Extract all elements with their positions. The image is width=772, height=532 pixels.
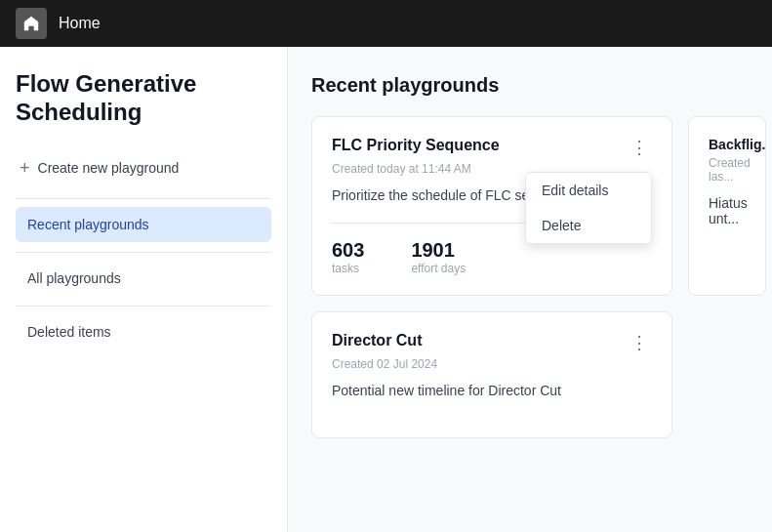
- sidebar-divider-3: [16, 306, 271, 307]
- sidebar-divider: [16, 198, 271, 199]
- app-title: Flow Generative Scheduling: [16, 70, 271, 127]
- playground-card-flc[interactable]: FLC Priority Sequence ⋮ Edit details Del…: [311, 116, 672, 296]
- stat-effort-value: 1901: [411, 239, 466, 262]
- sidebar-item-recent[interactable]: Recent playgrounds: [16, 207, 271, 242]
- nav-title: Home: [59, 15, 101, 32]
- card-menu-button-director[interactable]: ⋮: [627, 332, 652, 353]
- create-playground-button[interactable]: + Create new playground: [16, 150, 271, 186]
- sidebar: Flow Generative Scheduling + Create new …: [0, 47, 288, 532]
- card-description-director: Potential new timeline for Director Cut: [332, 383, 652, 398]
- edit-details-item[interactable]: Edit details: [526, 173, 651, 208]
- playground-card-director[interactable]: Director Cut ⋮ Created 02 Jul 2024 Poten…: [311, 311, 672, 438]
- card-date-director: Created 02 Jul 2024: [332, 357, 652, 371]
- card-dropdown-menu: Edit details Delete: [525, 172, 652, 244]
- stat-tasks: 603 tasks: [332, 239, 364, 275]
- card-title: FLC Priority Sequence: [332, 137, 500, 154]
- card-desc-partial: Hiatus unt...: [709, 195, 746, 226]
- card-title-director: Director Cut: [332, 332, 422, 349]
- stat-effort: 1901 effort days: [411, 239, 466, 275]
- stat-tasks-value: 603: [332, 239, 364, 262]
- cards-row: FLC Priority Sequence ⋮ Edit details Del…: [311, 116, 749, 296]
- card-title-partial: Backflig...: [709, 137, 766, 152]
- top-navigation: Home: [0, 0, 772, 47]
- stat-effort-label: effort days: [411, 262, 466, 275]
- playground-card-backflight[interactable]: Backflig... Created las... Hiatus unt...: [688, 116, 766, 296]
- card-menu-button[interactable]: ⋮: [627, 137, 652, 158]
- card-stats: 603 tasks 1901 effort days: [332, 239, 652, 275]
- card-header-partial: Backflig...: [709, 137, 746, 152]
- card-header: FLC Priority Sequence ⋮ Edit details Del…: [332, 137, 652, 158]
- home-button[interactable]: [16, 8, 47, 39]
- card-header-director: Director Cut ⋮: [332, 332, 652, 353]
- card-date-partial: Created las...: [709, 156, 746, 184]
- sidebar-divider-2: [16, 252, 271, 253]
- plus-icon: +: [20, 158, 30, 179]
- create-playground-label: Create new playground: [38, 160, 180, 176]
- page-title: Recent playgrounds: [311, 74, 749, 97]
- sidebar-item-deleted[interactable]: Deleted items: [16, 314, 271, 349]
- stat-tasks-label: tasks: [332, 262, 364, 275]
- main-layout: Flow Generative Scheduling + Create new …: [0, 47, 772, 532]
- sidebar-item-all[interactable]: All playgrounds: [16, 261, 271, 296]
- delete-item[interactable]: Delete: [526, 208, 651, 243]
- main-content: Recent playgrounds FLC Priority Sequence…: [288, 47, 772, 532]
